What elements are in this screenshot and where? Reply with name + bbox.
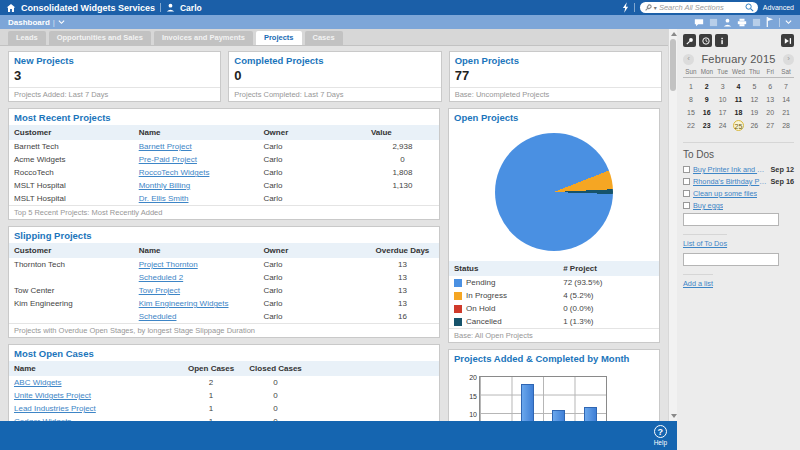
calendar-day[interactable]: 14	[778, 93, 794, 106]
calendar-day[interactable]: 28	[778, 119, 794, 132]
feedback-chat-icon[interactable]	[694, 18, 704, 27]
calendar-day[interactable]: 20	[762, 106, 778, 119]
todo-link[interactable]: Buy eggs	[693, 201, 723, 210]
panel-icon[interactable]	[752, 18, 761, 27]
calendar-day[interactable]: 19	[746, 106, 762, 119]
calendar-day[interactable]: 17	[715, 106, 731, 119]
calendar-next-icon[interactable]: ›	[783, 54, 794, 65]
quick-add-bolt-icon[interactable]	[622, 2, 629, 13]
calendar-day[interactable]: 26	[746, 119, 762, 132]
bar-Dec[interactable]	[552, 410, 565, 421]
calendar-day[interactable]: 23	[699, 119, 715, 132]
project-link[interactable]: Monthly Billing	[134, 179, 259, 192]
project-link[interactable]: Barnett Project	[134, 140, 259, 153]
recent-clock-icon[interactable]	[699, 34, 712, 47]
project-link[interactable]: Unite Widgets Project	[9, 389, 181, 402]
calendar-day[interactable]: 3	[715, 80, 731, 93]
scrollbar-thumb[interactable]	[670, 39, 676, 91]
calendar-day[interactable]: 13	[762, 93, 778, 106]
user-name[interactable]: Carlo	[180, 3, 202, 13]
column-header[interactable]: Overdue Days	[366, 243, 439, 258]
layout-chevron-down-icon[interactable]	[785, 19, 792, 25]
add-a-list-link[interactable]: Add a list	[683, 274, 713, 288]
bar-Nov[interactable]	[584, 407, 597, 421]
column-header[interactable]: Open Cases	[181, 361, 241, 376]
calendar-day[interactable]: 27	[762, 119, 778, 132]
panel-title[interactable]: Open Projects	[449, 109, 659, 125]
search-category-icon[interactable]	[644, 4, 652, 12]
calendar-day[interactable]: 5	[746, 80, 762, 93]
bar-chart-plot[interactable]: 05101520	[479, 376, 607, 421]
panel-title[interactable]: Slipping Projects	[9, 227, 439, 243]
people-icon[interactable]	[723, 18, 732, 27]
calendar-day[interactable]: 24	[715, 119, 731, 132]
new-list-input[interactable]	[683, 253, 779, 266]
calendar-day[interactable]: 8	[683, 93, 699, 106]
todo-quick-add-input[interactable]	[683, 213, 779, 226]
advanced-search-link[interactable]: Advanced	[763, 4, 794, 11]
help-button[interactable]: ? Help	[654, 425, 667, 446]
todo-checkbox[interactable]	[683, 178, 690, 185]
column-header[interactable]: Closed Cases	[241, 361, 310, 376]
calendar-day[interactable]: 15	[683, 106, 699, 119]
column-header[interactable]: Status	[449, 261, 558, 276]
calendar-day[interactable]: 2	[699, 80, 715, 93]
calendar-day[interactable]: 18	[731, 106, 747, 119]
pin-icon[interactable]	[683, 34, 696, 47]
project-link[interactable]: Scheduled	[134, 310, 259, 323]
search-icon[interactable]	[745, 3, 754, 12]
calendar-day[interactable]: 21	[778, 106, 794, 119]
print-icon[interactable]	[737, 18, 747, 27]
project-link[interactable]: Lead Industries Project	[9, 402, 181, 415]
calendar-day[interactable]: 11	[731, 93, 747, 106]
calendar-day[interactable]: 9	[699, 93, 715, 106]
dashboard-tab[interactable]: Opportunities and Sales	[49, 31, 151, 45]
dashboard-tab[interactable]: Projects	[256, 31, 302, 45]
vertical-scrollbar[interactable]	[668, 29, 677, 421]
project-link[interactable]: Kim Engineering Widgets	[134, 297, 259, 310]
todo-link[interactable]: Buy Printer Ink and Paper	[693, 165, 767, 174]
project-link[interactable]: Tow Project	[134, 284, 259, 297]
calendar-day[interactable]: 7	[778, 80, 794, 93]
project-link[interactable]: RoccoTech Widgets	[134, 166, 259, 179]
column-header[interactable]: Name	[134, 125, 259, 140]
todo-link[interactable]: Clean up some files	[693, 189, 757, 198]
project-link[interactable]: Pre-Paid Project	[134, 153, 259, 166]
bar-Jan[interactable]	[521, 384, 534, 421]
calendar-day[interactable]: 12	[746, 93, 762, 106]
column-header[interactable]: Name	[9, 361, 181, 376]
column-header[interactable]: Customer	[9, 243, 134, 258]
search-input[interactable]: Search All Sections	[659, 3, 743, 12]
panel-title[interactable]: Projects Added & Completed by Month	[449, 350, 659, 366]
info-icon[interactable]	[715, 34, 728, 47]
scroll-up-arrow-icon[interactable]	[671, 32, 677, 36]
calendar-day[interactable]: 4	[731, 80, 747, 93]
dashboard-tab[interactable]: Cases	[305, 31, 343, 45]
project-link[interactable]: Project Thornton	[134, 258, 259, 271]
todo-checkbox[interactable]	[683, 190, 690, 197]
scroll-down-arrow-icon[interactable]	[671, 414, 677, 418]
global-search[interactable]: ▾ Search All Sections	[640, 2, 758, 13]
dashboard-tab[interactable]: Leads	[8, 31, 46, 45]
project-link[interactable]: Dr. Ellis Smith	[134, 192, 259, 205]
calendar-day[interactable]: 25	[731, 119, 747, 132]
kpi-title[interactable]: New Projects	[9, 52, 220, 68]
calendar-prev-icon[interactable]: ‹	[683, 54, 694, 65]
kpi-title[interactable]: Open Projects	[450, 52, 661, 68]
project-link[interactable]: ABC Widgets	[9, 376, 181, 389]
flag-icon[interactable]	[766, 17, 774, 27]
open-projects-pie-chart[interactable]	[495, 133, 613, 251]
panel-title[interactable]: Most Recent Projects	[9, 109, 439, 125]
list-of-todos-link[interactable]: List of To Dos	[683, 234, 727, 248]
panel-icon[interactable]	[709, 18, 718, 27]
collapse-sidebar-icon[interactable]	[781, 34, 794, 47]
home-icon[interactable]	[6, 3, 16, 13]
todo-link[interactable]: Rhonda's Birthday Party	[693, 177, 767, 186]
column-header[interactable]: # Project	[558, 261, 659, 276]
todo-checkbox[interactable]	[683, 202, 690, 209]
calendar-day[interactable]: 6	[762, 80, 778, 93]
calendar-day[interactable]: 10	[715, 93, 731, 106]
brand-title[interactable]: Consolidated Widgets Services	[21, 3, 155, 13]
panel-title[interactable]: Most Open Cases	[9, 345, 439, 361]
column-header[interactable]: Owner	[258, 243, 366, 258]
